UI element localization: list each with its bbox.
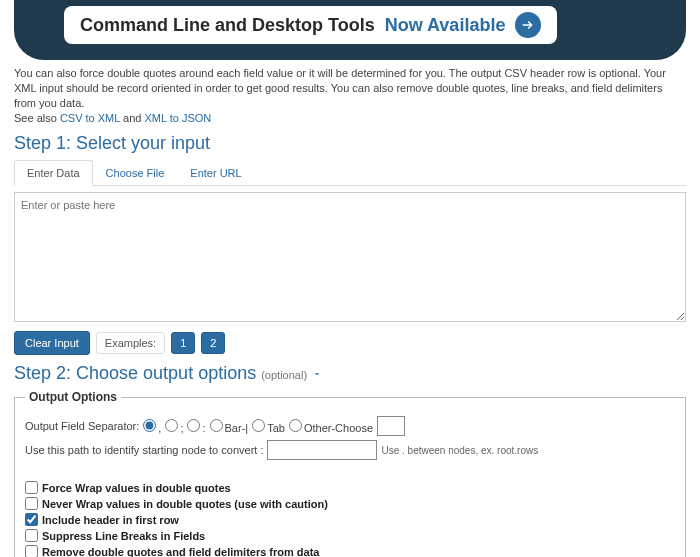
banner-content[interactable]: Command Line and Desktop Tools Now Avail… xyxy=(64,6,557,44)
banner-text-highlight: Now Available xyxy=(385,15,506,36)
output-options-fieldset: Output Options Output Field Separator: ,… xyxy=(14,390,686,557)
sep-colon[interactable]: : xyxy=(187,419,205,434)
intro-text: You can also force double quotes around … xyxy=(14,66,686,125)
output-options-legend: Output Options xyxy=(25,390,121,404)
chevron-down-icon xyxy=(312,363,322,384)
include-header-label[interactable]: Include header in first row xyxy=(42,514,179,526)
path-label: Use this path to identify starting node … xyxy=(25,444,263,456)
arrow-right-circle-icon xyxy=(515,12,541,38)
never-wrap-checkbox[interactable] xyxy=(25,497,38,510)
tab-enter-url[interactable]: Enter URL xyxy=(177,160,254,185)
input-textarea[interactable] xyxy=(14,192,686,322)
sep-colon-radio[interactable] xyxy=(187,419,200,432)
separator-label: Output Field Separator: xyxy=(25,420,139,432)
sep-comma[interactable]: , xyxy=(143,419,161,434)
remove-quotes-checkbox[interactable] xyxy=(25,545,38,557)
sep-bar-radio[interactable] xyxy=(210,419,223,432)
sep-semicolon-radio[interactable] xyxy=(165,419,178,432)
separator-row: Output Field Separator: , ; : Bar-| Tab … xyxy=(25,416,675,436)
step2-title[interactable]: Step 2: Choose output options (optional) xyxy=(14,363,686,384)
tab-choose-file[interactable]: Choose File xyxy=(93,160,178,185)
sep-bar[interactable]: Bar-| xyxy=(210,419,249,434)
path-row: Use this path to identify starting node … xyxy=(25,440,675,460)
suppress-breaks-checkbox[interactable] xyxy=(25,529,38,542)
csv-to-xml-link[interactable]: CSV to XML xyxy=(60,112,120,124)
optional-label: (optional) xyxy=(261,369,307,381)
path-hint: Use . between nodes, ex. root.rows xyxy=(381,445,538,456)
force-wrap-checkbox[interactable] xyxy=(25,481,38,494)
xml-to-json-link[interactable]: XML to JSON xyxy=(144,112,211,124)
tab-enter-data[interactable]: Enter Data xyxy=(14,160,93,186)
sep-other-input[interactable] xyxy=(377,416,405,436)
never-wrap-label[interactable]: Never Wrap values in double quotes (use … xyxy=(42,498,328,510)
sep-other-radio[interactable] xyxy=(289,419,302,432)
sep-other[interactable]: Other-Choose xyxy=(289,419,373,434)
see-also-label: See also xyxy=(14,112,60,124)
intro-line1: You can also force double quotes around … xyxy=(14,67,666,109)
clear-input-button[interactable]: Clear Input xyxy=(14,331,90,355)
top-banner: Command Line and Desktop Tools Now Avail… xyxy=(14,0,686,60)
sep-tab-radio[interactable] xyxy=(252,419,265,432)
sep-comma-radio[interactable] xyxy=(143,419,156,432)
suppress-breaks-label[interactable]: Suppress Line Breaks in Fields xyxy=(42,530,205,542)
include-header-checkbox[interactable] xyxy=(25,513,38,526)
banner-text-prefix: Command Line and Desktop Tools xyxy=(80,15,375,36)
example-2-button[interactable]: 2 xyxy=(201,332,225,354)
remove-quotes-label[interactable]: Remove double quotes and field delimiter… xyxy=(42,546,320,557)
step2-title-text: Step 2: Choose output options xyxy=(14,363,261,383)
force-wrap-label[interactable]: Force Wrap values in double quotes xyxy=(42,482,231,494)
sep-semicolon[interactable]: ; xyxy=(165,419,183,434)
input-tabs: Enter Data Choose File Enter URL xyxy=(14,160,686,186)
examples-label: Examples: xyxy=(96,332,165,354)
step1-title: Step 1: Select your input xyxy=(14,133,686,154)
path-input[interactable] xyxy=(267,440,377,460)
example-1-button[interactable]: 1 xyxy=(171,332,195,354)
and-label: and xyxy=(123,112,144,124)
sep-tab[interactable]: Tab xyxy=(252,419,285,434)
